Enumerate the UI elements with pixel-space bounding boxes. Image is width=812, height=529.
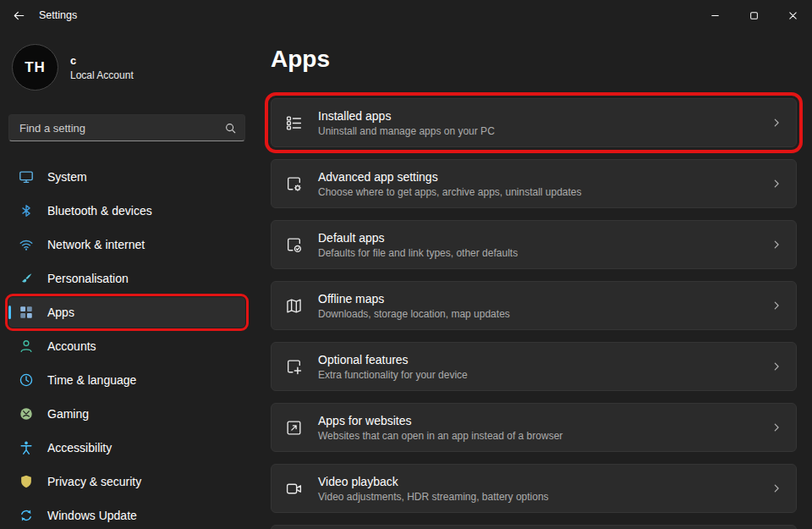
titlebar: Settings [0,0,812,30]
account-name: c [70,54,134,67]
profile-text: c Local Account [70,54,134,81]
card-subtitle: Extra functionality for your device [318,369,468,381]
shield-icon [19,474,34,489]
person-icon [19,339,34,354]
window-title: Settings [39,9,77,21]
card-text: Optional features Extra functionality fo… [318,353,468,381]
sidebar-item-gaming[interactable]: Gaming [8,399,245,429]
page-title: Apps [271,46,812,73]
sidebar-item-label: Bluetooth & devices [47,204,152,218]
default-apps-icon [285,236,303,254]
chevron-right-icon [771,482,782,494]
card-subtitle: Downloads, storage location, map updates [318,308,510,320]
avatar-initials: TH [25,59,46,76]
sidebar-item-label: Gaming [47,407,89,421]
settings-card-installed-apps[interactable]: Installed apps Uninstall and manage apps… [271,98,797,147]
sidebar-item-label: Accounts [47,339,96,353]
card-title: Advanced app settings [318,170,582,184]
close-button[interactable] [773,0,812,30]
avatar: TH [12,44,58,91]
sidebar-item-accounts[interactable]: Accounts [8,331,245,361]
sidebar-item-label: Accessibility [47,441,112,455]
card-subtitle: Uninstall and manage apps on your PC [318,125,495,137]
apps-icon [19,305,34,320]
card-title: Offline maps [318,292,510,306]
card-subtitle: Choose where to get apps, archive apps, … [318,186,582,198]
card-subtitle: Video adjustments, HDR streaming, batter… [318,491,549,503]
card-text: Default apps Defaults for file and link … [318,231,518,259]
sidebar-item-time-language[interactable]: Time & language [8,365,245,395]
card-title: Apps for websites [318,414,562,427]
card-title: Video playback [318,475,549,488]
brush-icon [19,271,34,286]
installed-apps-icon [285,114,303,132]
settings-card-advanced-app-settings[interactable]: Advanced app settings Choose where to ge… [271,159,797,208]
settings-cards-list: Installed apps Uninstall and manage apps… [271,98,812,529]
sidebar-nav: System Bluetooth & devices Network & int… [8,162,245,529]
user-profile[interactable]: TH c Local Account [12,44,242,91]
card-title: Installed apps [318,109,495,123]
card-title: Optional features [318,353,468,366]
sidebar-item-label: Personalisation [47,272,129,285]
apps-for-websites-icon [285,419,303,437]
chevron-right-icon [771,178,782,190]
sidebar-item-network-internet[interactable]: Network & internet [8,229,245,260]
optional-features-icon [285,358,303,376]
settings-card-apps-for-websites[interactable]: Apps for websites Websites that can open… [271,403,797,452]
sidebar-item-label: Time & language [47,373,136,387]
chevron-right-icon [771,239,782,251]
card-text: Advanced app settings Choose where to ge… [318,170,582,198]
sidebar-item-system[interactable]: System [8,162,245,192]
chevron-right-icon [771,422,782,433]
sidebar-item-windows-update[interactable]: Windows Update [8,500,245,529]
sidebar-item-label: Privacy & security [47,475,141,488]
card-subtitle: Defaults for file and link types, other … [318,247,518,259]
sidebar-item-bluetooth-devices[interactable]: Bluetooth & devices [8,196,245,226]
bluetooth-icon [19,203,34,218]
search-icon[interactable] [224,122,237,135]
card-text: Video playback Video adjustments, HDR st… [318,475,549,503]
chevron-right-icon [771,361,782,372]
main-content: Apps Installed apps Uninstall and manage… [271,30,812,529]
chevron-right-icon [771,300,782,311]
search-input[interactable] [19,122,224,135]
maximize-button[interactable] [734,0,773,30]
video-playback-icon [285,480,303,498]
settings-card-optional-features[interactable]: Optional features Extra functionality fo… [271,342,797,391]
sidebar: TH c Local Account System Bluetooth & de… [0,30,254,529]
account-type: Local Account [70,69,134,81]
clock-icon [19,372,34,388]
monitor-icon [19,169,34,185]
settings-card-video-playback[interactable]: Video playback Video adjustments, HDR st… [271,464,797,513]
wifi-icon [19,237,34,252]
search-box[interactable] [8,114,245,141]
accessibility-icon [19,440,34,455]
settings-card-partial[interactable] [271,525,797,529]
sidebar-item-label: Network & internet [47,238,145,251]
advanced-app-settings-icon [285,175,303,193]
sidebar-item-personalisation[interactable]: Personalisation [8,263,245,294]
card-title: Default apps [318,231,518,245]
back-button[interactable] [2,1,36,30]
sidebar-item-label: System [47,170,87,184]
gamepad-icon [19,406,34,422]
offline-maps-icon [285,297,303,315]
card-text: Apps for websites Websites that can open… [318,414,562,442]
sidebar-item-apps[interactable]: Apps [8,297,245,328]
card-subtitle: Websites that can open in an app instead… [318,430,562,442]
sidebar-item-accessibility[interactable]: Accessibility [8,433,245,463]
card-text: Offline maps Downloads, storage location… [318,292,510,320]
settings-card-default-apps[interactable]: Default apps Defaults for file and link … [271,220,797,269]
sidebar-item-privacy-security[interactable]: Privacy & security [8,466,245,497]
sidebar-item-label: Windows Update [47,509,137,522]
sidebar-item-label: Apps [47,306,74,319]
chevron-right-icon [771,117,782,129]
card-text: Installed apps Uninstall and manage apps… [318,109,495,137]
minimize-button[interactable] [695,0,734,30]
update-icon [19,508,34,523]
settings-card-offline-maps[interactable]: Offline maps Downloads, storage location… [271,281,797,330]
window-controls [695,0,812,30]
